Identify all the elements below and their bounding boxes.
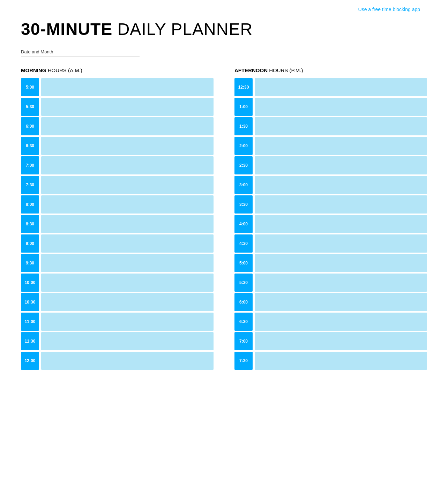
time-block[interactable] xyxy=(255,176,427,194)
time-badge: 3:30 xyxy=(234,195,253,214)
time-block[interactable] xyxy=(41,234,214,253)
time-badge: 6:00 xyxy=(21,117,39,135)
page-title: 30-MINUTE DAILY PLANNER xyxy=(0,13,448,39)
time-block[interactable] xyxy=(255,78,427,96)
morning-header: MORNING HOURS (A.M.) xyxy=(21,67,214,73)
time-badge: 2:00 xyxy=(234,137,253,155)
time-slot: 5:00 xyxy=(21,78,214,96)
time-block[interactable] xyxy=(41,117,214,135)
afternoon-label-bold: AFTERNOON xyxy=(234,67,268,73)
time-slot: 2:30 xyxy=(234,156,427,174)
time-badge: 6:30 xyxy=(234,313,253,331)
time-block[interactable] xyxy=(41,78,214,96)
page-title-rest: DAILY PLANNER xyxy=(112,20,253,38)
time-badge: 7:30 xyxy=(21,176,39,194)
time-slot: 5:00 xyxy=(234,254,427,272)
time-block[interactable] xyxy=(41,254,214,272)
time-slot: 4:00 xyxy=(234,215,427,233)
afternoon-label-rest: HOURS (P.M.) xyxy=(268,67,303,73)
time-slot: 12:00 xyxy=(21,352,214,370)
time-badge: 3:00 xyxy=(234,176,253,194)
time-slot: 2:00 xyxy=(234,137,427,155)
time-block[interactable] xyxy=(41,313,214,331)
time-slot: 3:30 xyxy=(234,195,427,214)
time-block[interactable] xyxy=(255,234,427,253)
time-slot: 9:30 xyxy=(21,254,214,272)
time-badge: 11:00 xyxy=(21,313,39,331)
time-badge: 5:00 xyxy=(234,254,253,272)
time-block[interactable] xyxy=(255,215,427,233)
time-block[interactable] xyxy=(41,98,214,116)
time-slot: 5:30 xyxy=(21,98,214,116)
time-badge: 12:30 xyxy=(234,78,253,96)
time-slot: 5:30 xyxy=(234,274,427,292)
time-badge: 7:00 xyxy=(21,156,39,174)
morning-label-bold: MORNING xyxy=(21,67,46,73)
time-badge: 10:30 xyxy=(21,293,39,311)
time-badge: 5:30 xyxy=(234,274,253,292)
time-block[interactable] xyxy=(255,254,427,272)
time-block[interactable] xyxy=(255,293,427,311)
time-block[interactable] xyxy=(41,137,214,155)
afternoon-header: AFTERNOON HOURS (P.M.) xyxy=(234,67,427,73)
time-block[interactable] xyxy=(255,195,427,214)
time-block[interactable] xyxy=(255,274,427,292)
page-title-bold: 30-MINUTE xyxy=(21,20,112,38)
date-label: Date and Month xyxy=(21,49,427,54)
time-badge: 7:30 xyxy=(234,352,253,370)
time-badge: 8:00 xyxy=(21,195,39,214)
top-link-container: Use a free time blocking app xyxy=(0,0,448,13)
columns-wrapper: MORNING HOURS (A.M.) 5:005:306:006:307:0… xyxy=(0,57,448,385)
afternoon-column: AFTERNOON HOURS (P.M.) 12:301:001:302:00… xyxy=(234,67,427,371)
time-block[interactable] xyxy=(41,332,214,350)
time-badge: 5:30 xyxy=(21,98,39,116)
time-slot: 11:30 xyxy=(21,332,214,350)
time-block[interactable] xyxy=(41,215,214,233)
time-block[interactable] xyxy=(255,156,427,174)
time-slot: 6:00 xyxy=(21,117,214,135)
time-slot: 7:00 xyxy=(234,332,427,350)
afternoon-slots: 12:301:001:302:002:303:003:304:004:305:0… xyxy=(234,78,427,370)
time-badge: 4:30 xyxy=(234,234,253,253)
time-slot: 4:30 xyxy=(234,234,427,253)
time-block[interactable] xyxy=(41,176,214,194)
time-slot: 7:30 xyxy=(21,176,214,194)
time-block[interactable] xyxy=(255,352,427,370)
time-badge: 4:00 xyxy=(234,215,253,233)
time-badge: 5:00 xyxy=(21,78,39,96)
time-badge: 6:30 xyxy=(21,137,39,155)
time-badge: 6:00 xyxy=(234,293,253,311)
time-badge: 9:00 xyxy=(21,234,39,253)
time-block[interactable] xyxy=(255,117,427,135)
time-slot: 8:30 xyxy=(21,215,214,233)
time-slot: 10:30 xyxy=(21,293,214,311)
time-badge: 12:00 xyxy=(21,352,39,370)
time-slot: 6:30 xyxy=(234,313,427,331)
time-block[interactable] xyxy=(255,98,427,116)
time-slot: 8:00 xyxy=(21,195,214,214)
date-section: Date and Month xyxy=(0,39,448,57)
top-link[interactable]: Use a free time blocking app xyxy=(358,7,420,12)
time-block[interactable] xyxy=(255,313,427,331)
time-block[interactable] xyxy=(41,352,214,370)
time-badge: 2:30 xyxy=(234,156,253,174)
time-slot: 3:00 xyxy=(234,176,427,194)
morning-column: MORNING HOURS (A.M.) 5:005:306:006:307:0… xyxy=(21,67,214,371)
time-block[interactable] xyxy=(255,137,427,155)
time-block[interactable] xyxy=(41,195,214,214)
time-block[interactable] xyxy=(41,274,214,292)
morning-slots: 5:005:306:006:307:007:308:008:309:009:30… xyxy=(21,78,214,370)
time-slot: 7:30 xyxy=(234,352,427,370)
time-slot: 12:30 xyxy=(234,78,427,96)
time-slot: 11:00 xyxy=(21,313,214,331)
time-badge: 1:00 xyxy=(234,98,253,116)
time-badge: 1:30 xyxy=(234,117,253,135)
time-block[interactable] xyxy=(41,293,214,311)
time-badge: 7:00 xyxy=(234,332,253,350)
time-block[interactable] xyxy=(255,332,427,350)
time-slot: 1:30 xyxy=(234,117,427,135)
time-slot: 7:00 xyxy=(21,156,214,174)
time-badge: 9:30 xyxy=(21,254,39,272)
time-slot: 6:30 xyxy=(21,137,214,155)
time-block[interactable] xyxy=(41,156,214,174)
